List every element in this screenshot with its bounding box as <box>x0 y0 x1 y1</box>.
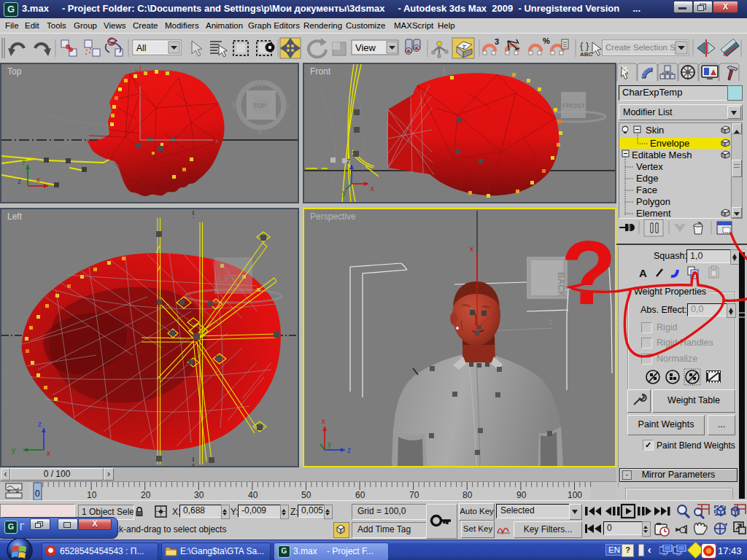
svg-text:S: S <box>257 126 263 136</box>
svg-text:y: y <box>22 157 26 165</box>
svg-text:30: 30 <box>194 490 204 500</box>
svg-text:FRONT: FRONT <box>562 102 585 109</box>
svg-text:A: A <box>639 267 647 279</box>
svg-text:{ }: { } <box>580 40 589 51</box>
svg-text:TOP: TOP <box>253 102 266 109</box>
svg-text:60: 60 <box>355 490 365 500</box>
svg-text:Edge: Edge <box>636 173 658 184</box>
svg-text:x: x <box>36 176 40 184</box>
svg-text:y: y <box>135 67 139 74</box>
svg-text:View: View <box>355 42 376 53</box>
svg-text:x: x <box>47 449 50 457</box>
svg-text:All: All <box>136 43 146 53</box>
svg-text:Vertex: Vertex <box>636 161 663 172</box>
svg-text:100: 100 <box>568 490 582 500</box>
svg-text:70: 70 <box>409 490 419 500</box>
svg-text:N: N <box>257 79 263 90</box>
svg-text:Left: Left <box>7 211 23 222</box>
svg-text:E: E <box>285 100 290 110</box>
svg-text:BACK: BACK <box>556 272 566 298</box>
svg-text:z: z <box>38 420 42 428</box>
svg-text:50: 50 <box>301 490 311 500</box>
svg-text:x: x <box>215 137 219 144</box>
svg-text:z: z <box>347 446 351 454</box>
svg-text:Face: Face <box>636 184 657 195</box>
svg-text:Perspective: Perspective <box>310 211 356 222</box>
svg-text:y: y <box>328 440 331 448</box>
svg-text:ABC: ABC <box>580 51 593 58</box>
svg-text:10: 10 <box>87 490 97 500</box>
svg-text:x: x <box>322 417 325 425</box>
svg-text:Element: Element <box>636 208 671 217</box>
svg-text:3: 3 <box>495 37 499 46</box>
svg-text:y: y <box>12 446 15 454</box>
svg-text:y: y <box>342 189 346 197</box>
svg-text:%: % <box>543 36 550 45</box>
svg-text:z: z <box>18 177 21 185</box>
svg-text:20: 20 <box>141 490 151 500</box>
svg-text:90: 90 <box>516 490 527 500</box>
svg-text:Polygon: Polygon <box>636 196 670 207</box>
svg-text:80: 80 <box>462 490 473 500</box>
svg-text:z: z <box>549 318 552 326</box>
svg-text:z: z <box>347 157 350 165</box>
svg-text:Envelope: Envelope <box>650 138 689 149</box>
svg-text:x: x <box>371 184 374 192</box>
svg-text:Editable Mesh: Editable Mesh <box>632 149 692 160</box>
svg-text:40: 40 <box>248 490 258 500</box>
svg-text:x: x <box>470 245 473 253</box>
svg-text:Skin: Skin <box>646 125 664 136</box>
svg-text:Front: Front <box>310 66 331 77</box>
svg-text:W: W <box>232 100 241 110</box>
svg-text:Top: Top <box>7 66 22 77</box>
svg-text:0: 0 <box>35 489 40 499</box>
svg-text:Create Selection Set: Create Selection Set <box>605 43 683 52</box>
